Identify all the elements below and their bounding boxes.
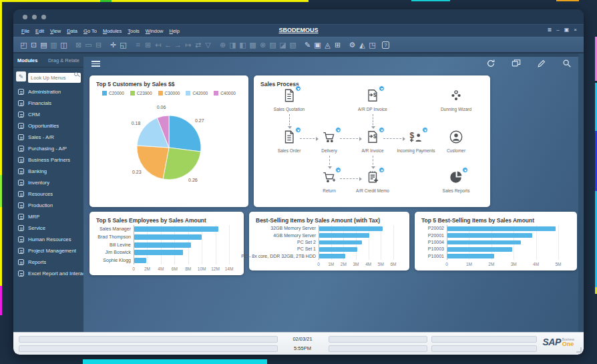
tab-drag-and-relate[interactable]: Drag & Relate: [48, 57, 79, 63]
gross-profit-icon[interactable]: ◬: [323, 38, 333, 51]
edit-icon[interactable]: [537, 59, 546, 68]
process-step-incoming-payments[interactable]: $Incoming Payments: [395, 130, 437, 154]
query-generator-icon[interactable]: ◭: [357, 38, 367, 51]
bar-sales-manager[interactable]: [134, 226, 218, 232]
settings-icon[interactable]: ⚙: [347, 38, 357, 51]
next-record-icon[interactable]: →: [173, 38, 183, 51]
bar-brad-thompson[interactable]: [134, 234, 202, 240]
launch-app-icon[interactable]: ✛: [108, 38, 118, 51]
sidebar-item-human-resources[interactable]: Human Resources: [13, 234, 83, 245]
pie-slice-C30000[interactable]: [137, 146, 169, 179]
edit-mode-icon[interactable]: ✎: [303, 38, 313, 51]
bar-jim-boswick[interactable]: [134, 250, 183, 255]
transaction-journal-icon[interactable]: ⊗: [258, 38, 268, 51]
pie-slice-C23900[interactable]: [163, 148, 201, 180]
menu-edit[interactable]: Edit: [35, 28, 44, 34]
refresh-record-icon[interactable]: ⇄: [193, 38, 203, 51]
resize-grip[interactable]: [576, 347, 582, 353]
sidebar-item-business-partners[interactable]: Business Partners: [13, 154, 83, 166]
bar-p10003[interactable]: [447, 247, 512, 252]
bar-p20001[interactable]: [447, 233, 532, 238]
sidebar-item-inventory[interactable]: Inventory: [13, 177, 83, 188]
bar-pc-set-2[interactable]: [319, 240, 362, 245]
bar-p10004[interactable]: [447, 240, 521, 245]
export-word-icon[interactable]: ▭: [83, 38, 93, 51]
process-step-sales-order[interactable]: Sales Order: [268, 130, 311, 154]
zoom-traffic-light[interactable]: [41, 15, 46, 19]
hamburger-menu-icon[interactable]: [91, 61, 100, 67]
help-icon[interactable]: ?: [382, 41, 389, 49]
previous-record-icon[interactable]: ←: [163, 38, 173, 51]
sidebar-item-administration[interactable]: Administration: [13, 86, 83, 98]
sidebar-item-service[interactable]: Service: [13, 222, 83, 234]
menu-tools[interactable]: Tools: [128, 28, 140, 34]
print-icon[interactable]: ⊡: [29, 38, 39, 51]
alignment-icon[interactable]: ▩: [248, 38, 258, 51]
sidebar-item-financials[interactable]: Financials: [13, 98, 83, 109]
export-pdf-icon[interactable]: ⊟: [93, 38, 104, 51]
menu-customize-button[interactable]: ✎: [16, 71, 26, 81]
last-record-icon[interactable]: ↦: [183, 38, 193, 51]
sidebar-item-project-management[interactable]: Project Management: [13, 245, 83, 256]
sidebar-item-mrp[interactable]: MRP: [13, 211, 83, 222]
pie-chart[interactable]: 0.270.260.230.180.06: [89, 96, 248, 204]
bar-bill-levine[interactable]: [134, 242, 191, 248]
system-menu-icon[interactable]: ≣: [548, 26, 552, 34]
sidebar-item-purchasing-a-p[interactable]: Purchasing - A/P: [13, 143, 83, 154]
volume-weight-icon[interactable]: ⊞: [333, 38, 343, 51]
menu-window[interactable]: Window: [146, 28, 164, 34]
bar-p10001[interactable]: [447, 254, 494, 258]
journal-entry-icon[interactable]: ▨: [268, 38, 278, 51]
sidebar-item-resources[interactable]: Resources: [13, 188, 83, 200]
lock-screen-icon[interactable]: ◱: [118, 38, 128, 51]
process-step-a-r-dp-invoice[interactable]: $A/R DP Invoice: [351, 88, 394, 112]
find-record-icon[interactable]: ⌗: [133, 38, 143, 51]
filter-icon[interactable]: ▽: [203, 38, 213, 51]
process-step-sales-reports[interactable]: Sales Reports: [435, 170, 477, 194]
payment-means-icon[interactable]: ▣: [313, 38, 323, 51]
message-log-icon[interactable]: ◳: [367, 38, 377, 51]
find-form-icon[interactable]: ◰: [19, 38, 29, 51]
sidebar-item-opportunities[interactable]: Opportunities: [13, 120, 83, 132]
sidebar-item-banking[interactable]: Banking: [13, 166, 83, 177]
bar-pc-set-1[interactable]: [319, 247, 357, 252]
tab-modules[interactable]: Modules: [17, 57, 37, 63]
target-document-icon[interactable]: ▧: [288, 38, 298, 51]
search-icon[interactable]: [562, 59, 572, 68]
refresh-icon[interactable]: [486, 59, 495, 68]
menu-view[interactable]: View: [50, 28, 61, 34]
send-icon[interactable]: ▥: [49, 38, 59, 51]
menu-file[interactable]: File: [21, 28, 29, 34]
bar-p20002[interactable]: [447, 226, 556, 231]
bar-4gb-memory-server[interactable]: [319, 233, 369, 238]
bar-sophie-klogg[interactable]: [134, 258, 146, 263]
sidebar-item-sales-a-r[interactable]: Sales - A/R: [13, 132, 83, 143]
bar-pc-8x-core-ddr-32gb-2tb-hdd[interactable]: [319, 254, 345, 258]
process-step-dunning-wizard[interactable]: Dunning Wizard: [435, 88, 477, 112]
close-icon[interactable]: ×: [574, 26, 577, 34]
menu-data[interactable]: Data: [67, 28, 77, 34]
process-step-a-r-invoice[interactable]: $A/R Invoice: [351, 130, 394, 154]
export-excel-icon[interactable]: ⊠: [73, 38, 83, 51]
process-step-a-r-credit-memo[interactable]: A/R Credit Memo: [351, 170, 394, 194]
menu-modules[interactable]: Modules: [103, 28, 122, 34]
sort-icon[interactable]: ⊕: [218, 38, 228, 51]
process-step-delivery[interactable]: Delivery: [308, 130, 351, 154]
base-document-icon[interactable]: ◪: [278, 38, 288, 51]
sidebar-item-reports[interactable]: Reports: [13, 256, 83, 268]
close-traffic-light[interactable]: [23, 15, 27, 19]
add-record-icon[interactable]: ⊞: [143, 38, 153, 51]
minimize-traffic-light[interactable]: [32, 15, 37, 19]
print-preview-icon[interactable]: ▤: [39, 38, 49, 51]
menu-go-to[interactable]: Go To: [83, 28, 97, 34]
minimize-icon[interactable]: –: [556, 26, 559, 34]
bar-32gb-memory-server[interactable]: [319, 226, 383, 231]
sidebar-item-production[interactable]: Production: [13, 200, 83, 211]
mail-icon[interactable]: ◫: [59, 38, 69, 51]
search-input[interactable]: [28, 73, 81, 83]
sidebar-item-excel-report-and-interactive-a[interactable]: Excel Report and Interactive A: [13, 268, 83, 279]
process-step-sales-quotation[interactable]: Sales Quotation: [268, 88, 311, 112]
gallery-icon[interactable]: [512, 59, 521, 68]
document-settings-icon[interactable]: ◧: [238, 38, 248, 51]
first-record-icon[interactable]: ↤: [153, 38, 163, 51]
